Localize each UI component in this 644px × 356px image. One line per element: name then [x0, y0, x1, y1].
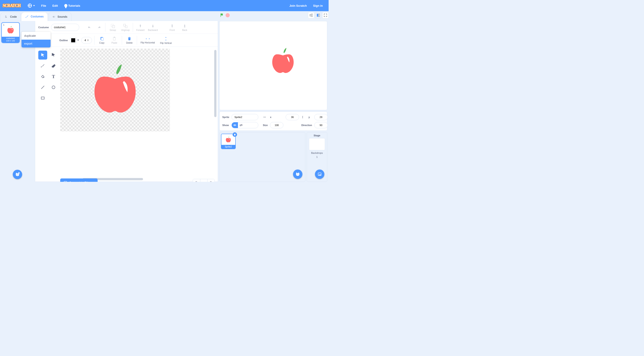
- sprite-label: Sprite: [222, 116, 229, 118]
- sprite-card[interactable]: Sprite2: [221, 134, 236, 149]
- svg-point-38: [234, 125, 235, 126]
- stop-button[interactable]: [226, 13, 230, 17]
- hide-button[interactable]: [238, 122, 244, 128]
- select-tool[interactable]: [38, 50, 47, 60]
- svg-rect-24: [128, 38, 131, 38]
- canvas-vertical-scrollbar[interactable]: [214, 50, 216, 117]
- context-duplicate[interactable]: duplicate: [22, 32, 50, 40]
- context-export[interactable]: export: [22, 40, 50, 48]
- svg-point-27: [52, 86, 55, 89]
- apple-artwork[interactable]: [87, 60, 143, 118]
- green-flag-button[interactable]: [220, 13, 224, 18]
- costume-thumbnail[interactable]: 1 costume1 133 x 142: [1, 22, 20, 43]
- delete-sprite-button[interactable]: [232, 132, 237, 137]
- language-menu[interactable]: [24, 0, 38, 11]
- tab-code[interactable]: Code: [0, 12, 21, 21]
- add-backdrop-button[interactable]: [315, 170, 324, 179]
- paint-canvas[interactable]: [60, 48, 170, 132]
- stage-header-controls: [218, 12, 328, 18]
- caret-down-icon: [33, 5, 35, 6]
- stage-fullscreen-button[interactable]: [322, 12, 328, 18]
- sprite-name-input[interactable]: [232, 114, 258, 120]
- costume-index: 1: [3, 24, 4, 26]
- flip-vertical-button[interactable]: Flip Vertical: [158, 36, 173, 45]
- svg-point-7: [16, 174, 17, 175]
- tab-costumes[interactable]: Costumes: [21, 12, 48, 21]
- redo-button[interactable]: [95, 24, 103, 31]
- svg-rect-4: [311, 14, 312, 16]
- svg-line-39: [240, 124, 242, 126]
- image-icon: [318, 172, 322, 176]
- x-input[interactable]: [286, 114, 299, 120]
- svg-rect-22: [113, 37, 116, 40]
- svg-rect-28: [41, 97, 44, 99]
- sound-icon: [52, 15, 56, 18]
- paint-canvas-area: Convert to Bitmap =: [60, 48, 215, 178]
- fill-tool[interactable]: [38, 72, 47, 81]
- delete-button[interactable]: Delete: [124, 36, 134, 44]
- apple-icon: [6, 26, 15, 34]
- svg-point-8: [18, 174, 18, 175]
- svg-rect-1: [5, 16, 6, 16]
- ungroup-button[interactable]: Ungroup: [120, 23, 130, 32]
- size-input[interactable]: [270, 122, 284, 128]
- eraser-tool[interactable]: [49, 61, 58, 70]
- convert-to-bitmap-button[interactable]: Convert to Bitmap: [60, 178, 98, 182]
- y-input[interactable]: [314, 114, 328, 120]
- image-icon: [63, 181, 68, 182]
- backward-button[interactable]: Backward: [148, 23, 158, 32]
- svg-point-34: [210, 182, 212, 182]
- svg-rect-17: [172, 26, 172, 27]
- outline-width-input[interactable]: 4: [81, 37, 92, 44]
- brush-tool[interactable]: [38, 61, 47, 70]
- circle-tool[interactable]: [49, 83, 58, 92]
- stage-small-button[interactable]: [308, 12, 314, 18]
- tutorials-button[interactable]: Tutorials: [61, 0, 84, 11]
- reshape-tool[interactable]: [49, 50, 58, 60]
- undo-button[interactable]: [86, 24, 93, 31]
- xy-icon: [263, 116, 266, 118]
- scratch-logo[interactable]: SCRATCH: [3, 3, 20, 8]
- stage-large-button[interactable]: [315, 12, 322, 18]
- tab-sounds[interactable]: Sounds: [48, 12, 72, 21]
- svg-rect-14: [140, 25, 141, 27]
- front-button[interactable]: Front: [167, 23, 177, 32]
- group-button[interactable]: Group: [108, 23, 118, 32]
- outline-color-swatch[interactable]: [70, 37, 76, 44]
- forward-button[interactable]: Forward: [135, 23, 146, 32]
- cat-plus-icon: [295, 172, 300, 177]
- costume-dims-label: 133 x 142: [2, 40, 19, 42]
- sign-in-button[interactable]: Sign in: [310, 0, 326, 11]
- join-scratch-button[interactable]: Join Scratch: [286, 0, 310, 11]
- text-tool[interactable]: T: [49, 72, 58, 81]
- costume-name-input[interactable]: [51, 24, 79, 31]
- sprite-info-panel: Sprite x y Show Size Direction: [219, 112, 327, 131]
- edit-menu[interactable]: Edit: [49, 0, 61, 11]
- menu-bar: SCRATCH File Edit Tutorials Join Scratch…: [0, 0, 328, 11]
- add-sprite-button[interactable]: [293, 170, 302, 179]
- svg-point-42: [298, 174, 298, 174]
- paint-editor: Costume Group Ungroup Forward Backward F…: [35, 21, 218, 182]
- svg-rect-23: [114, 37, 115, 38]
- add-costume-button[interactable]: [13, 170, 22, 179]
- back-button[interactable]: Back: [180, 23, 190, 32]
- copy-button[interactable]: Copy: [97, 36, 107, 44]
- svg-rect-19: [184, 25, 185, 26]
- stage-thumbnail[interactable]: [309, 138, 325, 150]
- rectangle-tool[interactable]: [38, 94, 47, 102]
- stage-selector-panel[interactable]: Stage Backdrops 1: [307, 132, 327, 182]
- zoom-in-button[interactable]: [207, 179, 214, 182]
- paste-button[interactable]: Paste: [109, 36, 120, 44]
- zoom-out-button[interactable]: [193, 179, 200, 182]
- show-button[interactable]: [232, 122, 238, 128]
- direction-input[interactable]: [314, 122, 328, 128]
- tabs-row: Code Costumes Sounds: [0, 11, 328, 21]
- main-layout: 1 costume1 133 x 142 duplicate export Co…: [0, 21, 328, 182]
- apple-sprite-on-stage[interactable]: [268, 45, 298, 76]
- flip-horizontal-button[interactable]: Flip Horizontal: [139, 36, 156, 44]
- globe-icon: [28, 4, 32, 8]
- file-menu[interactable]: File: [38, 0, 49, 11]
- stage-preview[interactable]: [219, 21, 327, 110]
- zoom-reset-button[interactable]: =: [200, 179, 207, 182]
- line-tool[interactable]: [38, 83, 47, 92]
